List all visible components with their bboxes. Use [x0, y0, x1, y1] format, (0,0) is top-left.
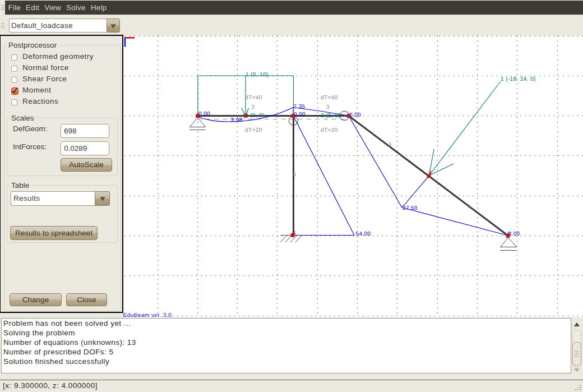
svg-text:2: 2 [252, 104, 255, 110]
svg-text:27.50: 27.50 [402, 205, 418, 211]
svg-text:1 (0, 10): 1 (0, 10) [246, 72, 269, 78]
svg-text:dT=40: dT=40 [321, 95, 338, 101]
svg-text:54.00: 54.00 [356, 231, 371, 237]
svg-text:dT=40: dT=40 [245, 95, 262, 101]
svg-text:1 (-18, 24, 0): 1 (-18, 24, 0) [501, 76, 536, 82]
svg-text:3 (0, 0): 3 (0, 0) [321, 113, 340, 119]
svg-text:5: 5 [293, 172, 297, 178]
svg-text:7.35: 7.35 [294, 104, 306, 110]
svg-text:0.00: 0.00 [294, 112, 306, 118]
svg-text:0.00: 0.00 [349, 112, 361, 118]
svg-text:3: 3 [326, 104, 330, 110]
svg-text:4: 4 [468, 204, 471, 210]
svg-text:dT=20: dT=20 [245, 127, 262, 133]
svg-text:4: 4 [429, 170, 432, 176]
svg-text:6: 6 [293, 230, 296, 237]
svg-text:dT=20: dT=20 [321, 127, 338, 133]
svg-text:3.98: 3.98 [231, 117, 243, 123]
svg-text:1: 1 [198, 113, 201, 119]
svg-text:3: 3 [388, 142, 392, 148]
svg-text:2 (0, 0): 2 (0, 0) [245, 113, 265, 119]
svg-text:8: 8 [507, 232, 511, 238]
